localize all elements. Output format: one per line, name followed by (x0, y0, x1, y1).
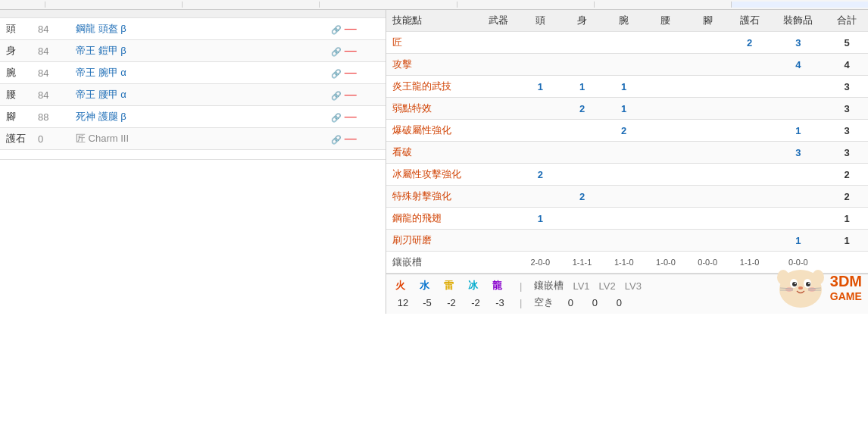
element-label: 冰 (468, 279, 483, 293)
equip-pos: 身 (0, 40, 32, 62)
equip-fixed: 🔗 — (325, 128, 386, 150)
skill-cell-total: 5 (826, 32, 868, 54)
equip-def: 84 (32, 62, 70, 84)
equip-pos: 腳 (0, 106, 32, 128)
skill-cell-waist: 1-0-0 (645, 252, 686, 274)
skill-cell-deco (770, 164, 826, 186)
skill-cell-body (561, 54, 603, 76)
skill-col-header: 技能點 (386, 10, 477, 32)
skill-row: 爆破屬性強化213 (386, 120, 868, 142)
skill-cell-charm (729, 208, 771, 230)
svg-point-11 (808, 287, 816, 292)
skill-cell-arm: 2 (603, 120, 645, 142)
equip-def: 88 (32, 106, 70, 128)
svg-point-10 (785, 287, 793, 292)
skill-cell-body (561, 164, 603, 186)
svg-point-2 (777, 270, 789, 285)
equip-fixed: 🔗 — (325, 40, 386, 62)
skill-row: 刷刃研磨11 (386, 230, 868, 252)
skill-row: 特殊射擊強化22 (386, 186, 868, 208)
skill-cell-deco (770, 98, 826, 120)
element-value: 12 (395, 297, 411, 308)
equip-name: 鋼龍 頭盔 β (70, 18, 325, 40)
skill-cell-name: 鑲嵌槽 (386, 252, 477, 274)
skill-cell-arm (603, 32, 645, 54)
skill-col-header: 頭 (520, 10, 561, 32)
skill-cell-arm (603, 186, 645, 208)
skill-cell-deco: 1 (770, 230, 826, 252)
col-name (70, 10, 325, 18)
equip-def: 0 (32, 128, 70, 150)
skill-cell-total: 4 (826, 54, 868, 76)
left-panel: 頭84鋼龍 頭盔 β🔗 —身84帝王 鎧甲 β🔗 —腕84帝王 腕甲 α🔗 —腰… (0, 10, 386, 314)
skill-cell-total: 2 (826, 186, 868, 208)
skill-cell-waist (645, 32, 686, 54)
equip-fixed: 🔗 — (325, 84, 386, 106)
skill-cell-arm (603, 164, 645, 186)
skill-cell-weapon (477, 142, 520, 164)
skill-cell-head: 2 (520, 164, 561, 186)
skill-row: 匠235 (386, 32, 868, 54)
skill-cell-weapon (477, 120, 520, 142)
skill-table: 技能點武器頭身腕腰腳護石裝飾品合計 匠235攻擊44炎王龍的武技1113弱點特效… (386, 10, 868, 274)
skill-row: 弱點特效213 (386, 98, 868, 120)
top-bar-head (45, 2, 183, 8)
skill-cell-charm (729, 186, 771, 208)
skill-cell-leg: 0-0-0 (687, 252, 729, 274)
skill-cell-arm (603, 230, 645, 252)
skill-cell-arm: 1-1-0 (603, 252, 645, 274)
skill-cell-leg (687, 54, 729, 76)
skill-cell-deco: 1 (770, 120, 826, 142)
skill-cell-total: 1 (826, 230, 868, 252)
skill-cell-leg (687, 208, 729, 230)
skill-cell-head (520, 186, 561, 208)
skill-cell-leg (687, 142, 729, 164)
skill-cell-waist (645, 120, 686, 142)
equip-def: 84 (32, 84, 70, 106)
lv3-value: 0 (611, 297, 626, 308)
skill-cell-weapon (477, 164, 520, 186)
skill-cell-waist (645, 54, 686, 76)
skill-row: 鋼龍的飛翅11 (386, 208, 868, 230)
equip-def: 84 (32, 40, 70, 62)
top-bar-leg (595, 2, 732, 8)
skill-cell-total: 3 (826, 76, 868, 98)
skill-cell-body: 2 (561, 98, 603, 120)
skill-cell-total: 2 (826, 164, 868, 186)
equip-def: 84 (32, 18, 70, 40)
skill-cell-deco (770, 186, 826, 208)
svg-point-9 (808, 283, 810, 284)
equip-name: 死神 護腿 β (70, 106, 325, 128)
equipment-row: 腰84帝王 腰甲 α🔗 — (0, 84, 386, 106)
skill-cell-head (520, 142, 561, 164)
element-value: -5 (420, 297, 435, 308)
skill-cell-arm (603, 54, 645, 76)
lv3-label: LV3 (625, 280, 642, 292)
top-bar-arm (320, 2, 457, 8)
equipment-row: 身84帝王 鎧甲 β🔗 — (0, 40, 386, 62)
skill-cell-leg (687, 76, 729, 98)
element-value: -2 (468, 297, 483, 308)
skill-cell-arm (603, 208, 645, 230)
skill-cell-waist (645, 164, 686, 186)
skill-cell-name: 看破 (386, 142, 477, 164)
skill-cell-weapon (477, 208, 520, 230)
top-bar (0, 0, 868, 10)
equip-name: 匠 Charm III (70, 128, 325, 150)
skill-cell-total: 3 (826, 120, 868, 142)
skill-cell-charm: 2 (729, 32, 771, 54)
skill-cell-waist (645, 98, 686, 120)
skill-cell-waist (645, 76, 686, 98)
skill-cell-waist (645, 186, 686, 208)
skill-cell-name: 炎王龍的武技 (386, 76, 477, 98)
skill-cell-leg (687, 230, 729, 252)
footer-divider: | (520, 280, 522, 292)
svg-point-6 (792, 282, 797, 286)
skill-cell-leg (687, 98, 729, 120)
top-bar-charm (732, 2, 868, 8)
skill-cell-leg (687, 120, 729, 142)
skill-cell-arm: 1 (603, 76, 645, 98)
skill-cell-deco: 4 (770, 54, 826, 76)
skill-cell-head (520, 98, 561, 120)
col-pos (0, 10, 32, 18)
